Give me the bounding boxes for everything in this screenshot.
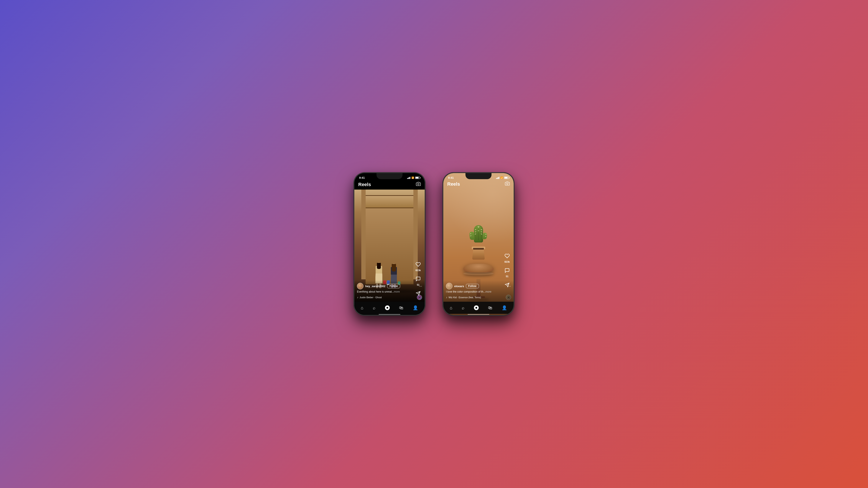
like-button-dark[interactable]: 823k bbox=[414, 260, 422, 271]
profile-icon-warm: 👤 bbox=[502, 305, 507, 310]
nav-shop-dark[interactable]: 🛍 bbox=[397, 305, 406, 311]
comment-count-dark: 51 bbox=[417, 284, 420, 286]
music-note-warm: ♪ bbox=[446, 296, 447, 299]
nav-home-warm[interactable]: ⌂ bbox=[447, 305, 455, 311]
heart-icon-warm bbox=[504, 253, 510, 259]
camera-icon-dark bbox=[416, 182, 421, 186]
nav-profile-warm[interactable]: 👤 bbox=[499, 305, 510, 311]
username-dark: hey_sarah2002 bbox=[365, 285, 385, 288]
status-time-dark: 9:41 bbox=[359, 176, 365, 180]
video-dark: 823k 51 bbox=[354, 190, 425, 302]
reels-icon-warm bbox=[474, 305, 479, 310]
action-buttons-warm: 823k 51 bbox=[503, 252, 511, 289]
status-icons-dark: 📶 bbox=[407, 176, 420, 179]
comment-button-warm[interactable]: 51 bbox=[503, 266, 511, 278]
like-button-warm[interactable]: 823k bbox=[503, 252, 511, 263]
avatar-warm bbox=[446, 283, 453, 289]
battery-icon-dark bbox=[415, 176, 420, 179]
signal-icon-dark bbox=[407, 177, 410, 179]
caption-dark: Everthing about here is unreal...more bbox=[357, 290, 422, 294]
nav-profile-dark[interactable]: 👤 bbox=[410, 305, 421, 311]
notch-dark bbox=[376, 173, 403, 179]
music-row-dark: ♪ Justin Bieber · Ghost bbox=[357, 295, 422, 300]
notch-warm bbox=[465, 173, 492, 179]
reels-icon-dark bbox=[385, 305, 390, 310]
like-count-warm: 823k bbox=[504, 260, 510, 263]
search-icon-warm: ⌕ bbox=[462, 305, 464, 310]
comment-icon-dark bbox=[415, 276, 421, 282]
home-bar-warm bbox=[468, 314, 489, 315]
user-row-dark: hey_sarah2002 Follow ··· bbox=[357, 283, 422, 289]
album-art-warm bbox=[506, 295, 511, 300]
share-button-dark[interactable] bbox=[414, 290, 422, 297]
phones-container: 9:41 📶 bbox=[354, 172, 514, 316]
home-icon-warm: ⌂ bbox=[450, 305, 453, 310]
page-title-dark: Reels bbox=[358, 182, 371, 187]
nav-search-dark[interactable]: ⌕ bbox=[370, 305, 378, 311]
music-text-dark: Justin Bieber · Ghost bbox=[360, 296, 382, 299]
heart-icon-dark bbox=[415, 262, 421, 267]
home-icon-dark: ⌂ bbox=[361, 305, 364, 310]
share-icon-dark bbox=[416, 291, 421, 296]
profile-icon-dark: 👤 bbox=[413, 305, 418, 310]
shop-icon-warm: 🛍 bbox=[488, 305, 492, 310]
follow-button-warm[interactable]: Follow bbox=[466, 284, 479, 288]
music-text-warm: Wiz Kid · Essence (feat. Tems) bbox=[448, 296, 481, 299]
music-note-dark: ♪ bbox=[357, 296, 358, 299]
phone-dark: 9:41 📶 bbox=[354, 172, 425, 316]
nav-home-dark[interactable]: ⌂ bbox=[358, 305, 366, 311]
svg-point-3 bbox=[506, 183, 508, 184]
nav-shop-warm[interactable]: 🛍 bbox=[486, 305, 495, 311]
username-warm: eloears bbox=[454, 285, 464, 288]
nav-search-warm[interactable]: ⌕ bbox=[459, 305, 467, 311]
user-row-warm: eloears Follow ··· bbox=[446, 283, 511, 289]
comment-icon-warm bbox=[504, 268, 510, 273]
nav-reels-dark[interactable] bbox=[382, 304, 392, 311]
like-count-dark: 823k bbox=[415, 269, 421, 271]
shop-icon-dark: 🛍 bbox=[399, 305, 403, 310]
svg-point-0 bbox=[417, 183, 419, 185]
nav-reels-warm[interactable] bbox=[471, 304, 481, 311]
comment-button-dark[interactable]: 51 bbox=[414, 275, 422, 286]
avatar-dark bbox=[357, 283, 364, 289]
bottom-nav-warm: ⌂ ⌕ 🛍 👤 bbox=[443, 302, 514, 314]
camera-button-dark[interactable] bbox=[416, 182, 421, 187]
share-button-warm[interactable] bbox=[503, 281, 511, 289]
comment-count-warm: 51 bbox=[506, 275, 508, 278]
caption-warm: I love the color composition of th...mor… bbox=[446, 290, 511, 294]
action-buttons-dark: 823k 51 bbox=[414, 260, 422, 297]
wifi-icon-dark: 📶 bbox=[411, 176, 414, 179]
bottom-nav-dark: ⌂ ⌕ 🛍 👤 bbox=[354, 302, 425, 314]
header-dark: Reels bbox=[354, 181, 425, 190]
music-row-warm: ♪ Wiz Kid · Essence (feat. Tems) bbox=[446, 295, 511, 300]
camera-icon-warm bbox=[505, 181, 510, 186]
search-icon-dark: ⌕ bbox=[373, 305, 375, 310]
follow-button-dark[interactable]: Follow bbox=[387, 284, 400, 288]
home-bar-dark bbox=[379, 314, 400, 315]
camera-button-warm[interactable] bbox=[505, 181, 510, 187]
phone-warm: 9:41 📶 bbox=[443, 172, 514, 316]
share-icon-warm bbox=[505, 283, 509, 287]
